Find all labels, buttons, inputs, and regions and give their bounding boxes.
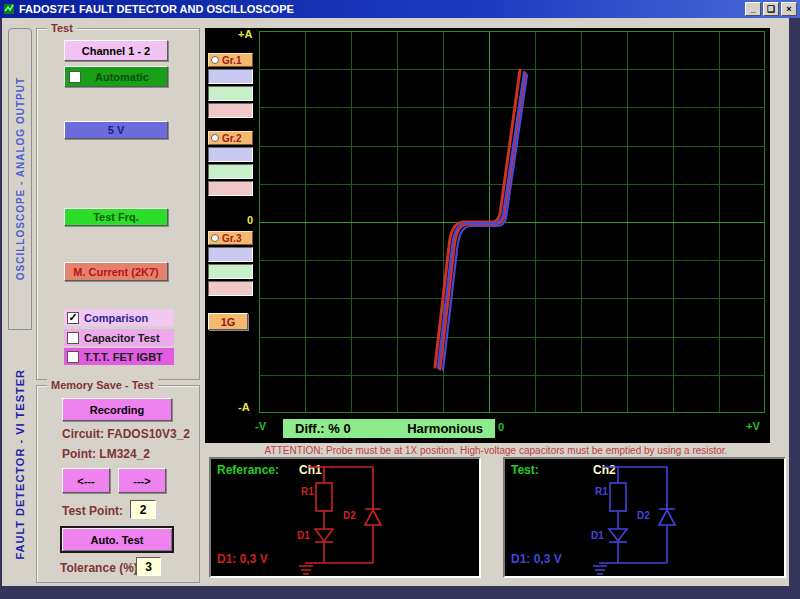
next-point-button[interactable]: --->: [118, 468, 166, 493]
point-name-label: Point: LM324_2: [62, 447, 150, 461]
group-3-color-green[interactable]: [208, 264, 253, 279]
comparison-checkbox-row[interactable]: ✓ Comparison: [64, 309, 174, 326]
tab-fault-detector-vi-tester[interactable]: FAULT DETECTOR - VI TESTER: [8, 338, 32, 590]
m-current-button[interactable]: M. Current (2K7): [64, 262, 168, 281]
channel-1-2-button[interactable]: Channel 1 - 2: [64, 40, 168, 61]
application-window: FADOS7F1 FAULT DETECTOR AND OSCILLOSCOPE…: [0, 0, 800, 599]
auto-test-button[interactable]: Auto. Test: [60, 526, 174, 553]
tolerance-value[interactable]: 3: [136, 557, 161, 576]
attention-warning-text: ATTENTION: Probe must be at 1X position.…: [205, 445, 787, 456]
test-group-title: Test: [47, 22, 77, 34]
test-d1-component-label: D1: [591, 530, 604, 541]
test-circuit-panel: Test: Ch2 D1: 0,3 V R1: 0,40 K D2: 0,7 V: [503, 457, 786, 578]
automatic-toggle[interactable]: Automatic: [64, 66, 168, 87]
reference-d2-component-label: D2: [343, 510, 356, 521]
window-content: OSCILLOSCOPE - ANALOG OUTPUT FAULT DETEC…: [2, 18, 789, 586]
axis-label-minus-v: -V: [255, 420, 266, 432]
group-3-label: Gr.3: [222, 233, 241, 244]
title-bar: FADOS7F1 FAULT DETECTOR AND OSCILLOSCOPE…: [0, 0, 800, 18]
ttt-fet-igbt-label: T.T.T. FET IGBT: [84, 351, 163, 363]
automatic-checkbox[interactable]: [69, 71, 81, 83]
group-2-radio[interactable]: [211, 134, 219, 142]
close-button[interactable]: ×: [781, 2, 797, 16]
automatic-label: Automatic: [95, 71, 149, 83]
capacitor-test-label: Capacitor Test: [84, 332, 160, 344]
test-r1-component-label: R1: [595, 486, 608, 497]
circuit-name-label: Circuit: FADOS10V3_2: [62, 427, 190, 441]
test-frq-button[interactable]: Test Frq.: [64, 208, 168, 226]
test-measurements: D1: 0,3 V R1: 0,40 K D2: 0,7 V: [511, 509, 569, 599]
comparison-label: Comparison: [84, 312, 148, 324]
capacitor-test-checkbox-row[interactable]: Capacitor Test: [64, 329, 174, 346]
window-title: FADOS7F1 FAULT DETECTOR AND OSCILLOSCOPE: [19, 3, 743, 15]
group-1-radio[interactable]: [211, 56, 219, 64]
app-icon: [3, 3, 15, 15]
group-1-color-pink[interactable]: [208, 103, 253, 118]
reference-panel-title: Referance:: [217, 463, 279, 477]
axis-label-plus-a: +A: [238, 28, 252, 40]
previous-point-button[interactable]: <---: [62, 468, 110, 493]
diff-value: Diff.: % 0: [295, 421, 351, 436]
test-d2-component-label: D2: [637, 510, 650, 521]
group-1-color-green[interactable]: [208, 86, 253, 101]
group-3-color-blue[interactable]: [208, 247, 253, 262]
reference-circuit-panel: Referance: Ch1 D1: 0,3 V R1: 0,39 K D2: …: [209, 457, 481, 578]
tab-oscilloscope-label: OSCILLOSCOPE - ANALOG OUTPUT: [15, 77, 26, 280]
group-3-radio[interactable]: [211, 234, 219, 242]
oscilloscope-panel: +A 0 -A -V 0 +V Gr.1 Gr.2: [205, 28, 770, 443]
reference-measurements: D1: 0,3 V R1: 0,39 K D2: 0,7 V: [217, 509, 275, 599]
harmonious-status: Harmonious: [407, 421, 483, 436]
group-3-selector[interactable]: Gr.3: [208, 231, 253, 245]
ttt-fet-igbt-checkbox[interactable]: [67, 351, 79, 363]
group-2-color-pink[interactable]: [208, 181, 253, 196]
test-point-value[interactable]: 2: [130, 500, 156, 519]
group-2-selector[interactable]: Gr.2: [208, 131, 253, 145]
restore-button[interactable]: ❏: [763, 2, 779, 16]
capacitor-test-checkbox[interactable]: [67, 332, 79, 344]
vi-curve-display[interactable]: [259, 31, 765, 413]
group-2-color-blue[interactable]: [208, 147, 253, 162]
tolerance-label: Tolerance (%): [60, 561, 138, 575]
minimize-button[interactable]: _: [745, 2, 761, 16]
comparison-checkbox[interactable]: ✓: [67, 312, 79, 324]
group-1-color-blue[interactable]: [208, 69, 253, 84]
axis-label-zero-left: 0: [247, 214, 253, 226]
memory-group-title: Memory Save - Test: [47, 379, 158, 391]
reference-circuit-schematic: R1 D1 D2: [291, 459, 476, 576]
axis-label-plus-v: +V: [746, 420, 760, 432]
tab-oscilloscope-analog-output[interactable]: OSCILLOSCOPE - ANALOG OUTPUT: [8, 28, 32, 330]
group-2-label: Gr.2: [222, 133, 241, 144]
test-point-label: Test Point:: [62, 504, 123, 518]
reference-r1-component-label: R1: [301, 486, 314, 497]
voltage-button[interactable]: 5 V: [64, 121, 168, 139]
reference-d1-value: D1: 0,3 V: [217, 549, 275, 569]
tab-fault-detector-label: FAULT DETECTOR - VI TESTER: [14, 369, 26, 560]
group-1-label: Gr.1: [222, 55, 241, 66]
vi-curve-trace: [438, 72, 524, 368]
group-3-color-pink[interactable]: [208, 281, 253, 296]
ttt-fet-igbt-checkbox-row[interactable]: T.T.T. FET IGBT: [64, 348, 174, 365]
axis-label-minus-a: -A: [238, 401, 250, 413]
gain-1g-button[interactable]: 1G: [208, 313, 248, 330]
test-panel-title: Test:: [511, 463, 539, 477]
test-circuit-schematic: R1 D1 D2: [585, 459, 770, 576]
diff-status-bar: Diff.: % 0 Harmonious: [283, 419, 495, 438]
group-2-color-green[interactable]: [208, 164, 253, 179]
reference-d1-component-label: D1: [297, 530, 310, 541]
test-d1-value: D1: 0,3 V: [511, 549, 569, 569]
recording-button[interactable]: Recording: [62, 398, 172, 421]
group-1-selector[interactable]: Gr.1: [208, 53, 253, 67]
axis-label-zero-bottom: 0: [498, 421, 504, 433]
